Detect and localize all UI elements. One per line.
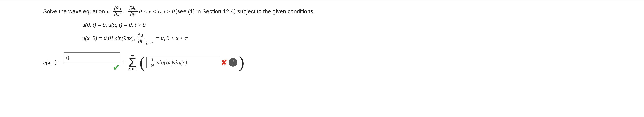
bc-text: = 0, 0 < x < π bbox=[156, 35, 188, 41]
text: Solve the wave equation, bbox=[43, 8, 106, 15]
domain: 0 < x < L, t > 0 bbox=[139, 8, 175, 15]
bc-text: u(x, 0) = 0.01 sin(9πx), bbox=[82, 35, 135, 41]
rhs-fraction: ∂²u ∂t² bbox=[128, 5, 138, 17]
check-icon: ✔ bbox=[113, 62, 120, 72]
text: (see (1) in Section 12.4) subject to the… bbox=[175, 8, 315, 15]
equals: = bbox=[124, 8, 127, 15]
boundary-conditions-2: u(x, 0) = 0.01 sin(9πx), ∂u ∂t t = 0 = 0… bbox=[82, 31, 633, 45]
answer-input-1[interactable]: 0 bbox=[64, 52, 120, 63]
problem-statement: Solve the wave equation, a2 ∂²u ∂x² = ∂²… bbox=[43, 5, 633, 17]
evaluated-at: t = 0 bbox=[146, 31, 154, 45]
du-dt-fraction: ∂u ∂t bbox=[136, 32, 144, 44]
coef: a2 bbox=[107, 8, 112, 15]
answer-row: u(x, t) = 0 ✔ + ∞ Σ n = 1 ( 1 9 sin(at)s… bbox=[43, 52, 633, 72]
x-icon: ✘ bbox=[221, 58, 227, 67]
lhs-fraction: ∂²u ∂x² bbox=[113, 5, 122, 17]
boundary-conditions-1: u(0, t) = 0, u(π, t) = 0, t > 0 bbox=[82, 21, 633, 28]
left-paren: ( bbox=[140, 56, 145, 69]
answer-input-2[interactable]: 1 9 sin(at)sin(x) bbox=[146, 57, 219, 68]
right-paren: ) bbox=[239, 56, 244, 69]
plus: + bbox=[122, 58, 126, 66]
alert-icon[interactable]: ! bbox=[229, 58, 237, 67]
bc-text: u(0, t) = 0, u(π, t) = 0, t > 0 bbox=[82, 21, 146, 28]
answer-lhs: u(x, t) = bbox=[43, 59, 62, 66]
sigma: ∞ Σ n = 1 bbox=[128, 54, 137, 71]
